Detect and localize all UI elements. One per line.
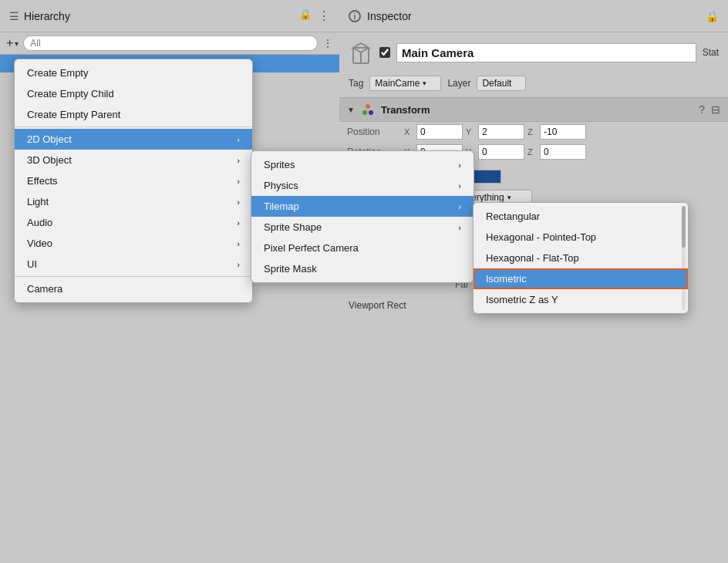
x-label: X <box>404 127 413 137</box>
plus-icon: + <box>6 36 13 50</box>
menu-item-video[interactable]: Video › <box>15 233 252 254</box>
tilemap-hexagonal-pointed[interactable]: Hexagonal - Pointed-Top <box>474 227 688 248</box>
create-context-menu: Create Empty Create Empty Child Create E… <box>14 59 253 303</box>
pos-z-input[interactable] <box>540 124 586 140</box>
dropdown-arrow: ▾ <box>15 39 19 48</box>
menu-item-create-empty[interactable]: Create Empty <box>15 62 252 83</box>
submenu-sprite-mask[interactable]: Sprite Mask <box>251 258 474 279</box>
chevron-light: › <box>237 197 240 207</box>
svg-point-5 <box>366 104 370 109</box>
svg-point-6 <box>362 110 367 115</box>
chevron-physics: › <box>458 181 461 190</box>
z-label: Z <box>527 127 537 137</box>
inspector-header: i Inspector 🔒 <box>339 0 728 32</box>
menu-item-audio[interactable]: Audio › <box>15 212 252 233</box>
submenu-physics[interactable]: Physics › <box>251 175 474 196</box>
hamburger-icon: ☰ <box>9 10 19 22</box>
tag-value: MainCame <box>375 78 420 89</box>
inspector-lock-icon[interactable]: 🔒 <box>706 10 719 22</box>
submenu-tilemap-options: Rectangular Hexagonal - Pointed-Top Hexa… <box>473 202 689 314</box>
object-active-checkbox[interactable] <box>379 47 390 58</box>
menu-item-light[interactable]: Light › <box>15 191 252 212</box>
menu-divider-1 <box>15 126 252 127</box>
position-label: Position <box>347 126 401 137</box>
tilemap-isometric-z[interactable]: Isometric Z as Y <box>474 289 688 310</box>
tilemap-hexagonal-flat[interactable]: Hexagonal - Flat-Top <box>474 248 688 268</box>
menu-item-create-empty-parent[interactable]: Create Empty Parent <box>15 104 252 125</box>
static-label: Stat <box>703 47 719 58</box>
chevron-audio: › <box>237 218 240 228</box>
transform-icon <box>361 103 375 116</box>
submenu-pixel-perfect[interactable]: Pixel Perfect Camera <box>251 238 474 258</box>
position-row: Position X Y Z <box>339 122 728 142</box>
menu-item-ui[interactable]: UI › <box>15 254 252 275</box>
hierarchy-title: Hierarchy <box>24 10 70 22</box>
hierarchy-menu-icon[interactable]: ⋮ <box>318 8 330 23</box>
y-label: Y <box>466 127 475 137</box>
inspector-title: Inspector <box>367 10 412 22</box>
tag-label: Tag <box>349 78 363 89</box>
pos-y-input[interactable] <box>478 124 524 140</box>
chevron-effects: › <box>237 177 240 186</box>
rot-y-input[interactable] <box>478 144 524 160</box>
search-bar: + ▾ ⋮ <box>0 32 339 55</box>
add-button[interactable]: + ▾ <box>6 36 19 50</box>
transform-header: ▼ Transform ? ⊟ <box>339 97 728 122</box>
object-name-input[interactable] <box>396 43 696 62</box>
viewport-rect-label: Viewport Rect <box>349 300 449 311</box>
tag-layer-row: Tag MainCame ▾ Layer Default <box>339 72 728 94</box>
menu-item-create-empty-child[interactable]: Create Empty Child <box>15 83 252 104</box>
submenu-sprite-shape[interactable]: Sprite Shape › <box>251 217 474 238</box>
transform-help-icon[interactable]: ? <box>699 103 705 116</box>
hierarchy-header: ☰ Hierarchy 🔒 ⋮ <box>0 0 339 32</box>
lock-icon[interactable]: 🔒 <box>299 8 312 23</box>
tilemap-isometric[interactable]: Isometric <box>474 268 688 289</box>
transform-arrow[interactable]: ▼ <box>347 106 355 114</box>
hierarchy-ellipsis[interactable]: ⋮ <box>322 37 333 49</box>
submenu-tilemap[interactable]: Tilemap › <box>251 196 474 217</box>
chevron-tilemap: › <box>458 202 461 211</box>
rz-label: Z <box>527 147 537 157</box>
chevron-2d: › <box>237 135 240 144</box>
menu-divider-2 <box>15 276 252 277</box>
hierarchy-icons: 🔒 ⋮ <box>299 8 330 23</box>
svg-point-7 <box>369 110 373 115</box>
menu-item-effects[interactable]: Effects › <box>15 170 252 191</box>
menu-item-3d-object[interactable]: 3D Object › <box>15 150 252 170</box>
tag-chevron: ▾ <box>423 79 426 87</box>
layer-label: Layer <box>447 78 470 89</box>
submenu-2d-object: Sprites › Physics › Tilemap › Sprite Sha… <box>251 150 474 283</box>
menu-item-camera[interactable]: Camera <box>15 278 252 299</box>
chevron-ui: › <box>237 260 240 269</box>
rot-z-input[interactable] <box>540 144 586 160</box>
pos-x-input[interactable] <box>416 124 463 140</box>
chevron-video: › <box>237 239 240 248</box>
transform-menu-icon[interactable]: ⊟ <box>711 103 720 116</box>
chevron-sprites: › <box>458 160 461 170</box>
tag-dropdown[interactable]: MainCame ▾ <box>369 76 441 91</box>
layer-dropdown[interactable]: Default <box>477 76 526 91</box>
submenu-sprites[interactable]: Sprites › <box>251 154 474 175</box>
cube-icon <box>349 40 373 65</box>
transform-title: Transform <box>381 104 693 116</box>
tilemap-rectangular[interactable]: Rectangular <box>474 206 688 227</box>
layer-value: Default <box>482 78 511 89</box>
search-input[interactable] <box>23 35 318 51</box>
chevron-3d: › <box>237 156 240 165</box>
svg-marker-1 <box>353 43 369 48</box>
object-header: Stat <box>339 32 728 72</box>
info-icon: i <box>349 10 361 22</box>
culling-chevron: ▾ <box>507 194 511 201</box>
chevron-sprite-shape: › <box>458 223 461 232</box>
menu-item-2d-object[interactable]: 2D Object › <box>15 129 252 150</box>
